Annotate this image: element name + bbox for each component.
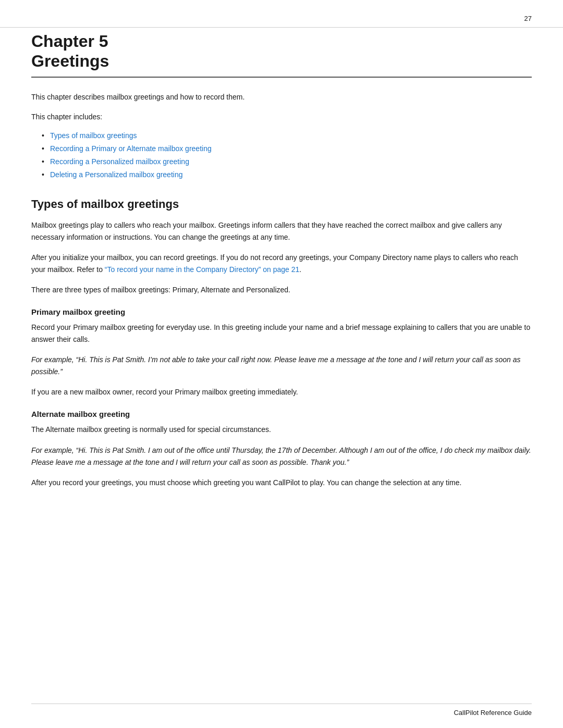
page-number: 27 [524,15,532,22]
primary-para3: If you are a new mailbox owner, record y… [31,386,532,398]
toc-item-2[interactable]: Recording a Primary or Alternate mailbox… [42,142,532,155]
main-content: This chapter describes mailbox greetings… [31,91,532,497]
toc-item-1[interactable]: Types of mailbox greetings [42,129,532,142]
page-container: 27 Chapter 5 Greetings This chapter desc… [0,0,563,728]
toc-link-3[interactable]: Recording a Personalized mailbox greetin… [50,157,189,166]
types-para1: Mailbox greetings play to callers who re… [31,219,532,243]
alternate-para3: After you record your greetings, you mus… [31,477,532,489]
alternate-para2: For example, “Hi. This is Pat Smith. I a… [31,445,532,468]
toc-link-1[interactable]: Types of mailbox greetings [50,131,137,140]
section-heading-types: Types of mailbox greetings [31,198,532,211]
types-para2: After you initialize your mailbox, you c… [31,252,532,276]
top-rule [0,27,563,28]
primary-para2: For example, “Hi. This is Pat Smith. I’m… [31,354,532,378]
subsection-heading-primary: Primary mailbox greeting [31,307,532,316]
toc-list: Types of mailbox greetings Recording a P… [42,129,532,182]
types-para2-link[interactable]: “To record your name in the Company Dire… [105,265,300,274]
chapter-number-line: Chapter 5 [31,32,108,51]
alternate-para1: The Alternate mailbox greeting is normal… [31,424,532,436]
chapter-title: Chapter 5 Greetings [31,31,532,71]
subsection-heading-alternate: Alternate mailbox greeting [31,410,532,418]
chapter-title-line: Greetings [31,52,109,70]
toc-item-3[interactable]: Recording a Personalized mailbox greetin… [42,155,532,168]
intro-line1: This chapter describes mailbox greetings… [31,91,532,103]
bottom-rule [31,704,532,704]
chapter-includes-label: This chapter includes: [31,111,532,122]
toc-link-4[interactable]: Deleting a Personalized mailbox greeting [50,170,182,179]
footer-text: CallPilot Reference Guide [454,709,532,717]
chapter-header: Chapter 5 Greetings [31,31,532,78]
chapter-rule [31,77,532,78]
toc-link-2[interactable]: Recording a Primary or Alternate mailbox… [50,144,212,153]
types-para3: There are three types of mailbox greetin… [31,284,532,296]
toc-item-4[interactable]: Deleting a Personalized mailbox greeting [42,168,532,181]
primary-para1: Record your Primary mailbox greeting for… [31,322,532,346]
types-para2-suffix: . [299,265,301,274]
